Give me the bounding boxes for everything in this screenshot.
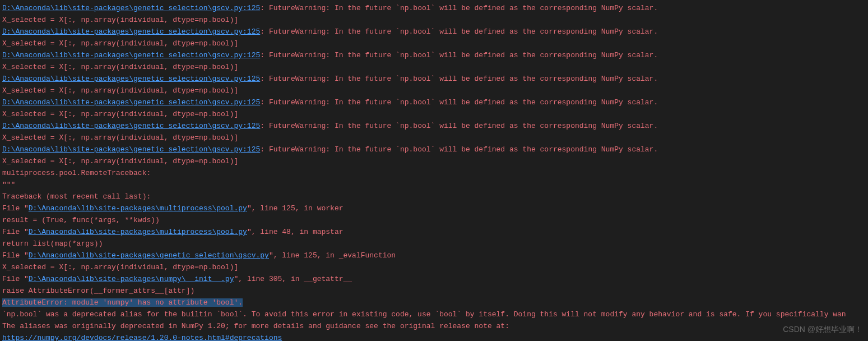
frame-path-link[interactable]: D:\Anaconda\lib\site-packages\multiproce… (29, 204, 247, 213)
frame-suffix: ", line 125, in _evalFunction (269, 251, 396, 260)
frame-code: raise AttributeError(__former_attrs__[at… (2, 287, 194, 295)
frame-suffix: ", line 48, in mapstar (247, 228, 344, 236)
warning-source-link[interactable]: D:\Anaconda\lib\site-packages\genetic_se… (2, 145, 260, 154)
watermark: CSDN @好想毕业啊！ (783, 324, 862, 335)
warning-code: X_selected = X[:, np.array(individual, d… (2, 39, 238, 48)
warning-source-link[interactable]: D:\Anaconda\lib\site-packages\genetic_se… (2, 4, 260, 12)
frame-suffix: ", line 125, in worker (247, 204, 344, 213)
warning-code: X_selected = X[:, np.array(individual, d… (2, 133, 238, 142)
frame-path-link[interactable]: D:\Anaconda\lib\site-packages\genetic_se… (29, 251, 269, 260)
warning-code: X_selected = X[:, np.array(individual, d… (2, 63, 238, 71)
deprecation-message: The aliases was originally deprecated in… (2, 322, 509, 330)
warning-message: : FutureWarning: In the future `np.bool`… (260, 4, 658, 12)
warning-message: : FutureWarning: In the future `np.bool`… (260, 51, 658, 59)
warning-message: : FutureWarning: In the future `np.bool`… (260, 98, 658, 107)
frame-path-link[interactable]: D:\Anaconda\lib\site-packages\multiproce… (29, 228, 247, 236)
deprecation-message: `np.bool` was a deprecated alias for the… (2, 310, 846, 319)
warning-message: : FutureWarning: In the future `np.bool`… (260, 122, 658, 130)
warning-code: X_selected = X[:, np.array(individual, d… (2, 157, 238, 165)
frame-code: X_selected = X[:, np.array(individual, d… (2, 263, 238, 271)
console-output: D:\Anaconda\lib\site-packages\genetic_se… (0, 2, 868, 341)
traceback-header: Traceback (most recent call last): (2, 192, 151, 201)
frame-prefix: File " (2, 204, 29, 213)
warning-message: : FutureWarning: In the future `np.bool`… (260, 75, 658, 83)
frame-code: result = (True, func(*args, **kwds)) (2, 216, 160, 224)
deprecation-link[interactable]: https://numpy.org/devdocs/release/1.20.0… (2, 334, 282, 341)
warning-source-link[interactable]: D:\Anaconda\lib\site-packages\genetic_se… (2, 27, 260, 36)
warning-code: X_selected = X[:, np.array(individual, d… (2, 16, 238, 24)
frame-path-link[interactable]: D:\Anaconda\lib\site-packages\numpy\__in… (29, 275, 234, 283)
warning-message: : FutureWarning: In the future `np.bool`… (260, 145, 658, 154)
warning-message: : FutureWarning: In the future `np.bool`… (260, 27, 658, 36)
frame-code: return list(map(*args)) (2, 239, 103, 248)
warning-code: X_selected = X[:, np.array(individual, d… (2, 86, 238, 95)
frame-prefix: File " (2, 228, 29, 236)
warning-code: X_selected = X[:, np.array(individual, d… (2, 110, 238, 118)
warning-source-link[interactable]: D:\Anaconda\lib\site-packages\genetic_se… (2, 122, 260, 130)
warning-source-link[interactable]: D:\Anaconda\lib\site-packages\genetic_se… (2, 98, 260, 107)
frame-suffix: ", line 305, in __getattr__ (234, 275, 352, 283)
triple-quote: """ (2, 181, 15, 189)
warning-source-link[interactable]: D:\Anaconda\lib\site-packages\genetic_se… (2, 75, 260, 83)
frame-prefix: File " (2, 275, 29, 283)
warning-source-link[interactable]: D:\Anaconda\lib\site-packages\genetic_se… (2, 51, 260, 59)
remote-traceback-header: multiprocess.pool.RemoteTraceback: (2, 169, 151, 177)
error-line: AttributeError: module 'numpy' has no at… (2, 298, 243, 307)
frame-prefix: File " (2, 251, 29, 260)
